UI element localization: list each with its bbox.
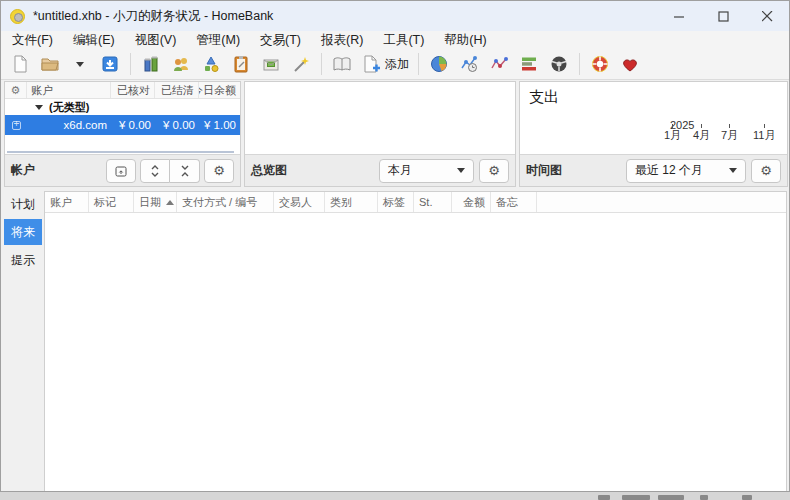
magic-wand-icon	[291, 54, 311, 74]
menu-transactions[interactable]: 交易(T)	[257, 32, 304, 49]
column-header-flag[interactable]: 标记	[89, 192, 134, 212]
menu-help[interactable]: 帮助(H)	[441, 32, 489, 49]
column-header-today-balance[interactable]: 今日余额	[199, 82, 240, 98]
toolbar-separator	[130, 53, 131, 75]
statistics-report-button[interactable]	[424, 51, 454, 77]
manage-scheduled-button[interactable]	[226, 51, 256, 77]
manage-accounts-button[interactable]	[136, 51, 166, 77]
horizontal-scrollbar[interactable]	[7, 150, 234, 153]
column-header-tags[interactable]: 标签	[378, 192, 414, 212]
budget-report-button[interactable]	[514, 51, 544, 77]
minimize-button[interactable]	[657, 1, 701, 31]
title-bar[interactable]: *untitled.xhb - 小刀的财务状况 - HomeBank	[1, 1, 789, 31]
account-name: x6d.com	[27, 119, 111, 131]
manage-assignments-button[interactable]	[286, 51, 316, 77]
tab-scheduled[interactable]: 计划	[4, 191, 42, 217]
vehicle-cost-button[interactable]	[544, 51, 574, 77]
x-axis-month-label: 1月	[664, 128, 681, 143]
open-folder-icon	[40, 54, 60, 74]
new-file-icon	[10, 54, 30, 74]
accounts-column-settings-gear-icon[interactable]: ⚙	[5, 82, 27, 98]
heart-icon	[620, 54, 640, 74]
time-chart-icon	[459, 54, 479, 74]
budget-icon	[261, 54, 281, 74]
column-header-memo[interactable]: 备忘	[491, 192, 537, 212]
column-header-account[interactable]: 账户	[45, 192, 89, 212]
dropdown-arrow-icon	[729, 168, 737, 173]
menu-edit[interactable]: 编辑(E)	[70, 32, 118, 49]
time-statistics-button[interactable]	[454, 51, 484, 77]
tab-future[interactable]: 将来	[4, 219, 42, 245]
overview-chart-area	[245, 82, 515, 155]
taskbar-item-fragment	[700, 495, 708, 500]
column-header-payment[interactable]: 支付方式 / 编号	[177, 192, 274, 212]
manage-categories-button[interactable]	[196, 51, 226, 77]
expand-all-icon	[148, 163, 162, 179]
maximize-button[interactable]	[701, 1, 745, 31]
expand-all-button[interactable]	[140, 159, 170, 183]
transaction-table: 账户 标记 日期 支付方式 / 编号 交易人 类别 标签 St. 金额 备忘	[44, 191, 787, 491]
homebank-app-icon	[10, 9, 25, 24]
window-controls	[657, 1, 789, 31]
taskbar-item-fragment	[598, 495, 610, 500]
account-group-row[interactable]: (无类型)	[5, 99, 240, 115]
accounts-settings-button[interactable]: ⚙	[204, 159, 234, 183]
lower-side-tabs: 计划 将来 提示	[4, 191, 42, 275]
manage-payees-button[interactable]	[166, 51, 196, 77]
gear-icon: ⚙	[488, 163, 500, 178]
x-axis-month-label: 7月	[721, 128, 738, 143]
taskbar-item-fragment	[742, 495, 752, 500]
column-header-cleared[interactable]: 已结清	[155, 82, 199, 98]
save-icon	[100, 54, 120, 74]
add-transaction-button[interactable]: 添加	[357, 51, 413, 77]
accounts-pane-footer: 帐户 ⚙	[5, 154, 240, 186]
open-file-button[interactable]	[35, 51, 65, 77]
trend-report-button[interactable]	[484, 51, 514, 77]
menu-view[interactable]: 视图(V)	[132, 32, 180, 49]
manage-budget-button[interactable]	[256, 51, 286, 77]
collapse-all-button[interactable]	[170, 159, 200, 183]
menu-reports[interactable]: 报表(R)	[318, 32, 366, 49]
column-header-account[interactable]: 账户	[27, 82, 111, 98]
close-button[interactable]	[745, 1, 789, 31]
time-range-select[interactable]: 最近 12 个月	[626, 159, 746, 183]
menu-tools[interactable]: 工具(T)	[380, 32, 427, 49]
taskbar-item-fragment	[622, 495, 650, 500]
new-file-button[interactable]	[5, 51, 35, 77]
toggle-minor-button[interactable]	[106, 159, 136, 183]
account-reconciled-amount: ¥ 0.00	[111, 119, 155, 131]
toolbar-separator	[579, 53, 580, 75]
transaction-list-empty[interactable]	[45, 213, 786, 491]
open-recent-dropdown-button[interactable]	[65, 51, 95, 77]
tab-remind[interactable]: 提示	[4, 247, 42, 273]
time-range-value: 最近 12 个月	[635, 162, 703, 179]
column-header-reconciled[interactable]: 已核对	[111, 82, 155, 98]
tree-expander-icon[interactable]	[35, 105, 43, 110]
column-header-category[interactable]: 类别	[325, 192, 378, 212]
overview-settings-button[interactable]: ⚙	[479, 159, 509, 183]
time-settings-button[interactable]: ⚙	[751, 159, 781, 183]
toolbar-separator	[321, 53, 322, 75]
column-header-date[interactable]: 日期	[134, 192, 177, 212]
account-row-selected[interactable]: x6d.com ¥ 0.00 ¥ 0.00 ¥ 1.00	[5, 115, 240, 135]
window-title: *untitled.xhb - 小刀的财务状况 - HomeBank	[33, 8, 273, 25]
overview-range-select[interactable]: 本月	[379, 159, 474, 183]
taskbar-item-fragment	[658, 495, 684, 500]
column-header-amount[interactable]: 金额	[452, 192, 491, 212]
pie-chart-icon	[429, 54, 449, 74]
time-pane-footer: 时间图 最近 12 个月 ⚙	[520, 154, 787, 186]
menu-file[interactable]: 文件(F)	[9, 32, 56, 49]
donate-button[interactable]	[615, 51, 645, 77]
x-axis-month-label: 11月	[753, 128, 775, 143]
menu-manage[interactable]: 管理(M)	[193, 32, 243, 49]
close-icon	[762, 11, 773, 22]
column-header-payee[interactable]: 交易人	[274, 192, 325, 212]
overview-range-value: 本月	[388, 162, 412, 179]
desktop-taskbar-sliver	[0, 492, 790, 500]
time-chart-area: 支出 2025 1月 4月 7月 11月	[520, 82, 787, 155]
help-button[interactable]	[585, 51, 615, 77]
column-header-status[interactable]: St.	[414, 192, 452, 212]
minimize-icon	[674, 11, 685, 22]
save-file-button[interactable]	[95, 51, 125, 77]
show-ledger-button[interactable]	[327, 51, 357, 77]
